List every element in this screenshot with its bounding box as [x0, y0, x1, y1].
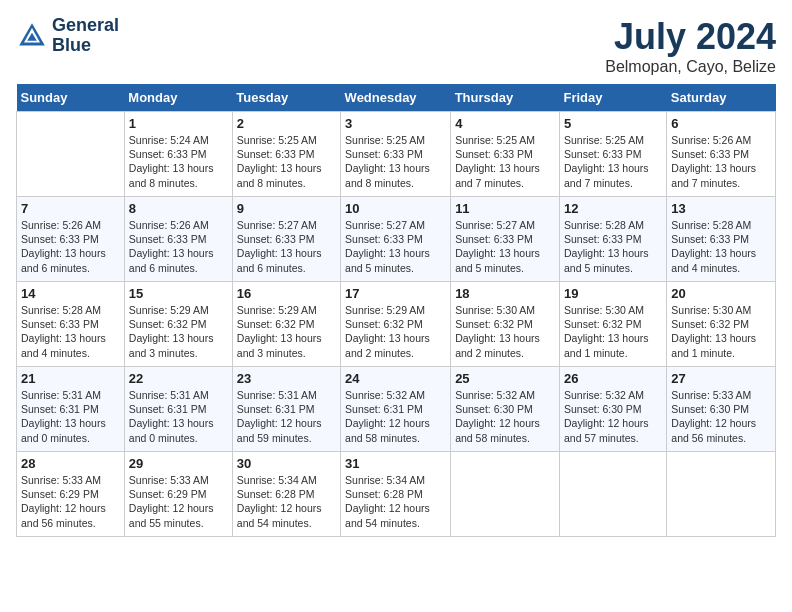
calendar-header: Sunday Monday Tuesday Wednesday Thursday…	[17, 84, 776, 112]
day-number: 1	[129, 116, 228, 131]
calendar-cell: 20Sunrise: 5:30 AM Sunset: 6:32 PM Dayli…	[667, 282, 776, 367]
header-wednesday: Wednesday	[341, 84, 451, 112]
day-number: 26	[564, 371, 662, 386]
calendar-cell: 12Sunrise: 5:28 AM Sunset: 6:33 PM Dayli…	[559, 197, 666, 282]
day-info: Sunrise: 5:34 AM Sunset: 6:28 PM Dayligh…	[237, 473, 336, 530]
day-number: 5	[564, 116, 662, 131]
day-number: 6	[671, 116, 771, 131]
day-number: 28	[21, 456, 120, 471]
day-number: 7	[21, 201, 120, 216]
day-number: 24	[345, 371, 446, 386]
calendar-cell: 6Sunrise: 5:26 AM Sunset: 6:33 PM Daylig…	[667, 112, 776, 197]
day-number: 30	[237, 456, 336, 471]
calendar-cell: 18Sunrise: 5:30 AM Sunset: 6:32 PM Dayli…	[451, 282, 560, 367]
day-info: Sunrise: 5:33 AM Sunset: 6:29 PM Dayligh…	[129, 473, 228, 530]
calendar-table: Sunday Monday Tuesday Wednesday Thursday…	[16, 84, 776, 537]
day-info: Sunrise: 5:33 AM Sunset: 6:29 PM Dayligh…	[21, 473, 120, 530]
day-info: Sunrise: 5:32 AM Sunset: 6:30 PM Dayligh…	[564, 388, 662, 445]
day-info: Sunrise: 5:28 AM Sunset: 6:33 PM Dayligh…	[564, 218, 662, 275]
header-row: Sunday Monday Tuesday Wednesday Thursday…	[17, 84, 776, 112]
calendar-cell	[667, 452, 776, 537]
day-info: Sunrise: 5:33 AM Sunset: 6:30 PM Dayligh…	[671, 388, 771, 445]
calendar-cell: 4Sunrise: 5:25 AM Sunset: 6:33 PM Daylig…	[451, 112, 560, 197]
calendar-cell: 28Sunrise: 5:33 AM Sunset: 6:29 PM Dayli…	[17, 452, 125, 537]
calendar-cell: 11Sunrise: 5:27 AM Sunset: 6:33 PM Dayli…	[451, 197, 560, 282]
calendar-cell: 10Sunrise: 5:27 AM Sunset: 6:33 PM Dayli…	[341, 197, 451, 282]
day-info: Sunrise: 5:32 AM Sunset: 6:30 PM Dayligh…	[455, 388, 555, 445]
day-number: 17	[345, 286, 446, 301]
month-year-title: July 2024	[605, 16, 776, 58]
day-number: 12	[564, 201, 662, 216]
calendar-cell: 2Sunrise: 5:25 AM Sunset: 6:33 PM Daylig…	[232, 112, 340, 197]
calendar-cell	[559, 452, 666, 537]
calendar-cell: 1Sunrise: 5:24 AM Sunset: 6:33 PM Daylig…	[124, 112, 232, 197]
day-info: Sunrise: 5:26 AM Sunset: 6:33 PM Dayligh…	[129, 218, 228, 275]
day-info: Sunrise: 5:27 AM Sunset: 6:33 PM Dayligh…	[345, 218, 446, 275]
day-info: Sunrise: 5:24 AM Sunset: 6:33 PM Dayligh…	[129, 133, 228, 190]
calendar-cell	[17, 112, 125, 197]
day-info: Sunrise: 5:34 AM Sunset: 6:28 PM Dayligh…	[345, 473, 446, 530]
logo-icon	[16, 20, 48, 52]
calendar-cell: 16Sunrise: 5:29 AM Sunset: 6:32 PM Dayli…	[232, 282, 340, 367]
day-info: Sunrise: 5:29 AM Sunset: 6:32 PM Dayligh…	[345, 303, 446, 360]
day-number: 11	[455, 201, 555, 216]
calendar-cell: 7Sunrise: 5:26 AM Sunset: 6:33 PM Daylig…	[17, 197, 125, 282]
calendar-cell: 26Sunrise: 5:32 AM Sunset: 6:30 PM Dayli…	[559, 367, 666, 452]
day-info: Sunrise: 5:29 AM Sunset: 6:32 PM Dayligh…	[237, 303, 336, 360]
calendar-cell: 25Sunrise: 5:32 AM Sunset: 6:30 PM Dayli…	[451, 367, 560, 452]
calendar-cell	[451, 452, 560, 537]
day-info: Sunrise: 5:27 AM Sunset: 6:33 PM Dayligh…	[455, 218, 555, 275]
day-info: Sunrise: 5:28 AM Sunset: 6:33 PM Dayligh…	[671, 218, 771, 275]
calendar-cell: 23Sunrise: 5:31 AM Sunset: 6:31 PM Dayli…	[232, 367, 340, 452]
day-number: 4	[455, 116, 555, 131]
day-info: Sunrise: 5:27 AM Sunset: 6:33 PM Dayligh…	[237, 218, 336, 275]
day-info: Sunrise: 5:26 AM Sunset: 6:33 PM Dayligh…	[671, 133, 771, 190]
logo-line1: General	[52, 15, 119, 35]
day-info: Sunrise: 5:25 AM Sunset: 6:33 PM Dayligh…	[237, 133, 336, 190]
calendar-cell: 21Sunrise: 5:31 AM Sunset: 6:31 PM Dayli…	[17, 367, 125, 452]
calendar-cell: 3Sunrise: 5:25 AM Sunset: 6:33 PM Daylig…	[341, 112, 451, 197]
day-number: 13	[671, 201, 771, 216]
header-friday: Friday	[559, 84, 666, 112]
calendar-cell: 5Sunrise: 5:25 AM Sunset: 6:33 PM Daylig…	[559, 112, 666, 197]
calendar-week-5: 28Sunrise: 5:33 AM Sunset: 6:29 PM Dayli…	[17, 452, 776, 537]
calendar-week-3: 14Sunrise: 5:28 AM Sunset: 6:33 PM Dayli…	[17, 282, 776, 367]
calendar-week-1: 1Sunrise: 5:24 AM Sunset: 6:33 PM Daylig…	[17, 112, 776, 197]
day-number: 3	[345, 116, 446, 131]
day-number: 15	[129, 286, 228, 301]
title-section: July 2024 Belmopan, Cayo, Belize	[605, 16, 776, 76]
calendar-body: 1Sunrise: 5:24 AM Sunset: 6:33 PM Daylig…	[17, 112, 776, 537]
day-info: Sunrise: 5:26 AM Sunset: 6:33 PM Dayligh…	[21, 218, 120, 275]
calendar-cell: 30Sunrise: 5:34 AM Sunset: 6:28 PM Dayli…	[232, 452, 340, 537]
page-header: General Blue July 2024 Belmopan, Cayo, B…	[16, 16, 776, 76]
day-number: 22	[129, 371, 228, 386]
day-info: Sunrise: 5:31 AM Sunset: 6:31 PM Dayligh…	[237, 388, 336, 445]
calendar-cell: 22Sunrise: 5:31 AM Sunset: 6:31 PM Dayli…	[124, 367, 232, 452]
calendar-cell: 29Sunrise: 5:33 AM Sunset: 6:29 PM Dayli…	[124, 452, 232, 537]
calendar-cell: 9Sunrise: 5:27 AM Sunset: 6:33 PM Daylig…	[232, 197, 340, 282]
day-info: Sunrise: 5:31 AM Sunset: 6:31 PM Dayligh…	[129, 388, 228, 445]
day-info: Sunrise: 5:29 AM Sunset: 6:32 PM Dayligh…	[129, 303, 228, 360]
header-tuesday: Tuesday	[232, 84, 340, 112]
day-number: 14	[21, 286, 120, 301]
day-info: Sunrise: 5:32 AM Sunset: 6:31 PM Dayligh…	[345, 388, 446, 445]
header-sunday: Sunday	[17, 84, 125, 112]
day-number: 2	[237, 116, 336, 131]
logo-text: General Blue	[52, 16, 119, 56]
day-number: 23	[237, 371, 336, 386]
day-info: Sunrise: 5:30 AM Sunset: 6:32 PM Dayligh…	[671, 303, 771, 360]
day-info: Sunrise: 5:25 AM Sunset: 6:33 PM Dayligh…	[345, 133, 446, 190]
calendar-cell: 24Sunrise: 5:32 AM Sunset: 6:31 PM Dayli…	[341, 367, 451, 452]
day-number: 18	[455, 286, 555, 301]
calendar-cell: 27Sunrise: 5:33 AM Sunset: 6:30 PM Dayli…	[667, 367, 776, 452]
day-info: Sunrise: 5:30 AM Sunset: 6:32 PM Dayligh…	[455, 303, 555, 360]
calendar-cell: 8Sunrise: 5:26 AM Sunset: 6:33 PM Daylig…	[124, 197, 232, 282]
calendar-cell: 31Sunrise: 5:34 AM Sunset: 6:28 PM Dayli…	[341, 452, 451, 537]
calendar-week-4: 21Sunrise: 5:31 AM Sunset: 6:31 PM Dayli…	[17, 367, 776, 452]
logo: General Blue	[16, 16, 119, 56]
day-number: 8	[129, 201, 228, 216]
day-number: 31	[345, 456, 446, 471]
day-number: 21	[21, 371, 120, 386]
header-thursday: Thursday	[451, 84, 560, 112]
header-saturday: Saturday	[667, 84, 776, 112]
